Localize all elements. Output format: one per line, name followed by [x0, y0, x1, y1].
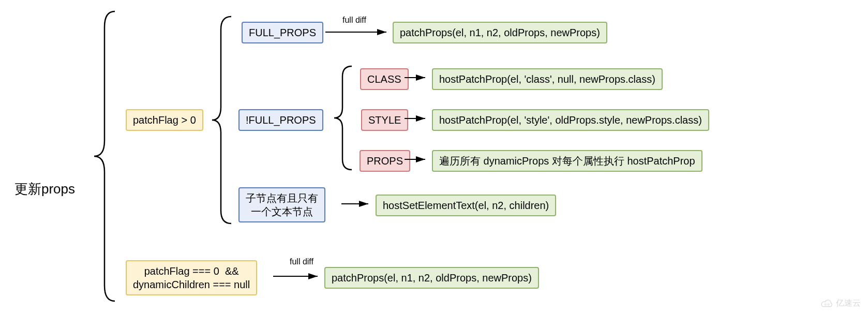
- note-full-diff-2: full diff: [290, 257, 313, 266]
- case-full-props: FULL_PROPS: [242, 22, 323, 43]
- brace-icon: [208, 17, 236, 223]
- arrow-icon: [341, 199, 375, 209]
- note-full-diff-1: full diff: [342, 16, 366, 25]
- result-class: hostPatchProp(el, 'class', null, newProp…: [432, 68, 663, 90]
- result-full-props: patchProps(el, n1, n2, oldProps, newProp…: [393, 22, 607, 43]
- condition-patchflag-positive: patchFlag > 0: [126, 109, 203, 131]
- case-not-full-props: !FULL_PROPS: [238, 109, 323, 131]
- condition-patchflag-zero: patchFlag === 0 && dynamicChildren === n…: [126, 260, 257, 295]
- result-branch2: patchProps(el, n1, n2, oldProps, newProp…: [324, 267, 539, 289]
- case-style: STYLE: [361, 109, 408, 131]
- arrow-icon: [325, 27, 393, 37]
- arrow-icon: [405, 113, 430, 124]
- svg-point-6: [825, 304, 826, 305]
- case-props: PROPS: [360, 150, 410, 172]
- svg-point-7: [828, 304, 829, 305]
- case-text-child: 子节点有且只有 一个文本节点: [238, 187, 325, 222]
- brace-icon: [89, 11, 120, 301]
- watermark-text: 亿速云: [836, 298, 861, 309]
- cloud-icon: [820, 299, 834, 309]
- arrow-icon: [273, 271, 324, 281]
- result-props: 遍历所有 dynamicProps 对每个属性执行 hostPatchProp: [432, 150, 702, 172]
- brace-icon: [331, 66, 357, 170]
- watermark: 亿速云: [820, 298, 861, 309]
- case-class: CLASS: [360, 68, 409, 90]
- result-text-child: hostSetElementText(el, n2, children): [376, 195, 556, 216]
- result-style: hostPatchProp(el, 'style', oldProps.styl…: [432, 109, 709, 131]
- root-label: 更新props: [14, 180, 75, 198]
